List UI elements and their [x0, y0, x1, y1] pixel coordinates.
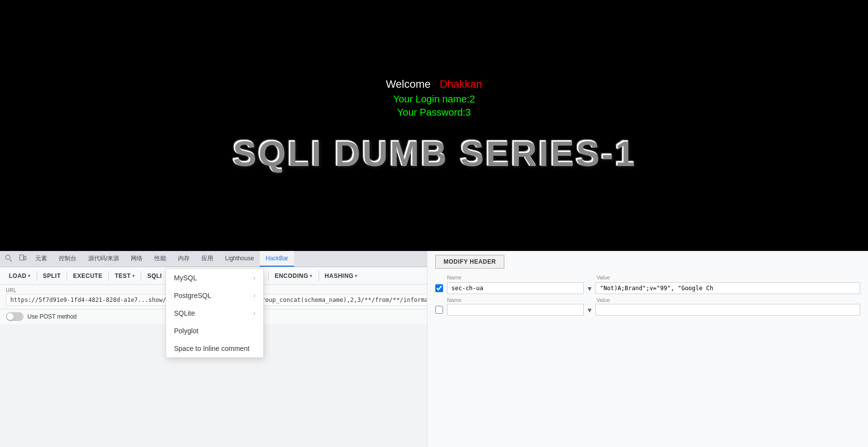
name-col-header: Name	[447, 274, 579, 280]
svg-rect-1	[24, 256, 26, 260]
split-label: SPLIT	[43, 273, 61, 279]
tab-console-label: 控制台	[59, 254, 76, 263]
welcome-message: Welcome Dhakkan	[386, 78, 482, 91]
tab-elements-label: 元素	[35, 254, 47, 263]
value-col-header-2: Value	[596, 297, 860, 303]
password-display: Your Password:3	[397, 107, 471, 118]
mysql-chevron-icon: ›	[253, 275, 255, 281]
hashing-button[interactable]: HASHING ▾	[320, 267, 363, 284]
tab-lighthouse-label: Lighthouse	[225, 255, 254, 262]
header-row-2-dropdown-icon[interactable]: ▾	[588, 305, 592, 315]
welcome-name: Dhakkan	[440, 78, 482, 90]
sep-4	[141, 271, 141, 281]
svg-rect-0	[20, 255, 24, 260]
encoding-arrow: ▾	[310, 273, 313, 278]
test-arrow: ▾	[132, 273, 135, 278]
dropdown-space-inline[interactable]: Space to Inline comment	[166, 340, 263, 357]
tab-memory[interactable]: 内存	[172, 251, 196, 267]
dropdown-mysql-label: MySQL	[174, 274, 197, 282]
postgresql-chevron-icon: ›	[253, 293, 255, 298]
execute-label: EXECUTE	[73, 273, 102, 279]
encoding-label: ENCODING	[274, 273, 308, 279]
tab-source-label: 源代码/来源	[88, 254, 119, 263]
dropdown-postgresql-label: PostgreSQL	[174, 292, 211, 299]
sep-1	[37, 271, 37, 281]
load-arrow: ▾	[28, 273, 31, 278]
devtools-device-icon[interactable]	[16, 251, 29, 267]
dropdown-postgresql[interactable]: PostgreSQL ›	[166, 287, 263, 304]
execute-button[interactable]: EXECUTE	[68, 267, 107, 284]
sep-3	[108, 271, 109, 281]
load-label: LOAD	[9, 273, 26, 279]
test-dropdown-menu: MySQL › PostgreSQL › SQLite › Polyglot S…	[166, 269, 264, 358]
tab-network[interactable]: 网络	[125, 251, 149, 267]
tab-hackbar[interactable]: HackBar	[260, 251, 294, 267]
sep-8	[268, 271, 269, 281]
header-row-1-checkbox[interactable]	[435, 284, 443, 292]
modify-header-button[interactable]: MODIFY HEADER	[435, 255, 504, 269]
sep-2	[67, 271, 67, 281]
tab-lighthouse[interactable]: Lighthouse	[219, 251, 260, 267]
devtools-inspect-icon[interactable]	[2, 251, 16, 267]
tab-hackbar-label: HackBar	[266, 255, 288, 262]
sqli-label: SQLI	[147, 273, 162, 279]
tab-application[interactable]: 应用	[196, 251, 219, 267]
name-col-label-2: Name	[447, 297, 461, 303]
post-method-toggle[interactable]	[6, 312, 24, 321]
tab-performance[interactable]: 性能	[149, 251, 172, 267]
page-title: SQLI DUMB SERIES-1	[232, 133, 636, 173]
tab-application-label: 应用	[201, 254, 213, 263]
post-method-label: Use POST method	[27, 313, 77, 320]
split-button[interactable]: SPLIT	[38, 267, 66, 284]
header-row-1: ▾	[435, 282, 860, 294]
tab-network-label: 网络	[131, 254, 143, 263]
sqli-button[interactable]: SQLI	[142, 267, 167, 284]
sep-9	[319, 271, 319, 281]
test-button[interactable]: TEST ▾	[110, 267, 140, 284]
dropdown-sqlite-label: SQLite	[174, 309, 195, 317]
header-row-2-name-input[interactable]	[447, 304, 584, 316]
toggle-knob	[7, 313, 14, 320]
header-row-1-dropdown-icon[interactable]: ▾	[588, 284, 592, 293]
value-col-label-2: Value	[596, 297, 610, 303]
modify-header-btn-label: MODIFY HEADER	[444, 258, 496, 265]
main-content-area: Welcome Dhakkan Your Login name:2 Your P…	[0, 0, 868, 251]
tab-elements[interactable]: 元素	[29, 251, 53, 267]
value-col-header: Value	[596, 274, 860, 280]
encoding-button[interactable]: ENCODING ▾	[270, 267, 317, 284]
modify-header-panel: MODIFY HEADER Name Value ▾ Name Value ▾	[427, 251, 868, 447]
header-row-2-value-input[interactable]	[595, 304, 860, 316]
tab-source[interactable]: 源代码/来源	[82, 251, 125, 267]
header-row-1-name-input[interactable]	[447, 282, 584, 294]
header-row-2: ▾	[435, 304, 860, 316]
value-col-label: Value	[596, 274, 610, 280]
dropdown-space-inline-label: Space to Inline comment	[174, 345, 249, 352]
dropdown-polyglot-label: Polyglot	[174, 327, 198, 335]
load-button[interactable]: LOAD ▾	[4, 267, 36, 284]
dropdown-sqlite[interactable]: SQLite ›	[166, 304, 263, 322]
header-row-1-value-input[interactable]	[595, 282, 860, 294]
sqlite-chevron-icon: ›	[253, 310, 255, 316]
tab-memory-label: 内存	[178, 254, 190, 263]
name-col-label: Name	[447, 274, 461, 280]
login-name-display: Your Login name:2	[393, 94, 475, 105]
dropdown-polyglot[interactable]: Polyglot	[166, 322, 263, 340]
header-row-2-checkbox[interactable]	[435, 306, 443, 314]
name-col-header-2: Name	[447, 297, 579, 303]
dropdown-mysql[interactable]: MySQL ›	[166, 269, 263, 287]
tab-console[interactable]: 控制台	[53, 251, 82, 267]
test-label: TEST	[115, 273, 131, 279]
hashing-arrow: ▾	[355, 273, 358, 278]
welcome-prefix: Welcome	[386, 78, 430, 90]
tab-performance-label: 性能	[154, 254, 166, 263]
hashing-label: HASHING	[325, 273, 354, 279]
